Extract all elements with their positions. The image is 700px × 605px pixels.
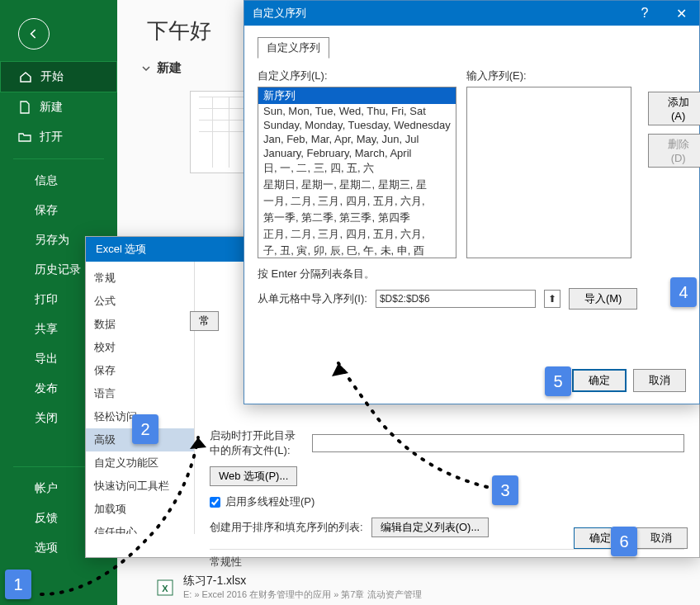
list-item[interactable]: January, February, March, April [258, 146, 456, 160]
opt-nav-language[interactable]: 语言 [86, 382, 194, 405]
nav-home-label: 开始 [40, 69, 64, 84]
nav-save[interactable]: 保存 [0, 196, 117, 225]
opt-nav-proofing[interactable]: 校对 [86, 336, 194, 359]
recent-file-name: 练习7-1.xlsx [183, 574, 422, 588]
list-item[interactable]: 正月, 二月, 三月, 四月, 五月, 六月, [258, 226, 456, 243]
list-item[interactable]: 新序列 [258, 87, 456, 104]
entries-textarea[interactable] [466, 87, 631, 258]
opt-nav-formulas[interactable]: 公式 [86, 290, 194, 313]
opt-nav-save[interactable]: 保存 [86, 359, 194, 382]
step-badge-2: 2 [132, 414, 158, 444]
file-new-icon [18, 101, 31, 114]
nav-primary: 开始 新建 打开 [0, 61, 117, 152]
tab-strip: 自定义序列 [258, 37, 686, 59]
options-cancel-button[interactable]: 取消 [635, 527, 688, 549]
nav-open-label: 打开 [40, 130, 63, 144]
back-button[interactable] [18, 18, 50, 50]
lists-title: 自定义序列 [253, 6, 306, 21]
nav-open[interactable]: 打开 [0, 122, 117, 152]
helper-text: 按 Enter 分隔列表条目。 [258, 267, 686, 281]
step-badge-3: 3 [492, 475, 518, 505]
arrow-left-icon [26, 26, 42, 42]
step-badge-5: 5 [545, 366, 571, 396]
custom-lists-label: 自定义序列(L): [258, 69, 456, 83]
lists-cancel-button[interactable]: 取消 [633, 369, 686, 392]
list-item[interactable]: 第一季, 第二季, 第三季, 第四季 [258, 210, 456, 226]
startup-files-label: 启动时打开此目录中的所有文件(L): [210, 428, 304, 458]
lists-titlebar: 自定义序列 ? ✕ [244, 1, 699, 26]
svg-marker-2 [190, 437, 206, 449]
step-badge-6: 6 [611, 527, 637, 556]
list-item[interactable]: 日, 一, 二, 三, 四, 五, 六 [258, 160, 456, 177]
home-icon [19, 70, 32, 83]
list-item[interactable]: 一月, 二月, 三月, 四月, 五月, 六月, [258, 193, 456, 210]
svg-marker-3 [332, 363, 348, 376]
createlist-label: 创建用于排序和填充序列的列表: [210, 520, 363, 535]
step-badge-1: 1 [5, 570, 31, 599]
delete-button[interactable]: 删除(D) [648, 134, 700, 168]
opt-nav-data[interactable]: 数据 [86, 313, 194, 336]
nav-separator [13, 158, 104, 159]
import-range-input[interactable]: $D$2:$D$6 [376, 290, 536, 308]
chevron-down-icon [142, 64, 150, 73]
range-picker-button[interactable]: ⬆ [544, 290, 560, 308]
recent-file-text: 练习7-1.xlsx E: » Excel 2016 在财务管理中的应用 » 第… [183, 574, 422, 601]
list-item[interactable]: 星期日, 星期一, 星期二, 星期三, 星 [258, 177, 456, 193]
entries-label: 输入序列(E): [466, 69, 631, 83]
import-button[interactable]: 导入(M) [569, 288, 638, 310]
recent-file-path: E: » Excel 2016 在财务管理中的应用 » 第7章 流动资产管理 [183, 588, 422, 601]
step-badge-4: 4 [670, 277, 697, 307]
import-label: 从单元格中导入序列(I): [258, 291, 367, 306]
nav-new-label: 新建 [40, 100, 63, 115]
nav-info[interactable]: 信息 [0, 166, 117, 196]
nav-new[interactable]: 新建 [0, 92, 117, 122]
arrow-3-to-5 [297, 355, 512, 503]
nav-home[interactable]: 开始 [0, 61, 117, 92]
new-label: 新建 [157, 60, 182, 76]
arrow-1-to-2 [33, 429, 215, 603]
web-options-button[interactable]: Web 选项(P)... [210, 466, 297, 486]
help-button[interactable]: ? [627, 1, 663, 26]
custom-lists-listbox[interactable]: 新序列 Sun, Mon, Tue, Wed, Thu, Fri, Sat Su… [258, 87, 456, 258]
list-item[interactable]: 子, 丑, 寅, 卯, 辰, 巳, 午, 未, 申, 酉 [258, 243, 456, 258]
folder-open-icon [18, 130, 31, 144]
edit-custom-lists-button[interactable]: 编辑自定义列表(O)... [371, 518, 490, 537]
list-item[interactable]: Sun, Mon, Tue, Wed, Thu, Fri, Sat [258, 104, 456, 118]
custom-lists-dialog: 自定义序列 ? ✕ 自定义序列 自定义序列(L): 新序列 Sun, Mon, … [244, 0, 700, 404]
add-button[interactable]: 添加(A) [648, 92, 700, 125]
lists-ok-button[interactable]: 确定 [572, 369, 627, 392]
options-common-btn[interactable]: 常 [190, 311, 219, 331]
close-button[interactable]: ✕ [663, 1, 699, 26]
tab-custom-lists[interactable]: 自定义序列 [258, 37, 329, 59]
list-item[interactable]: Jan, Feb, Mar, Apr, May, Jun, Jul [258, 132, 456, 146]
opt-nav-general[interactable]: 常规 [86, 267, 194, 290]
list-item[interactable]: Sunday, Monday, Tuesday, Wednesday [258, 118, 456, 132]
